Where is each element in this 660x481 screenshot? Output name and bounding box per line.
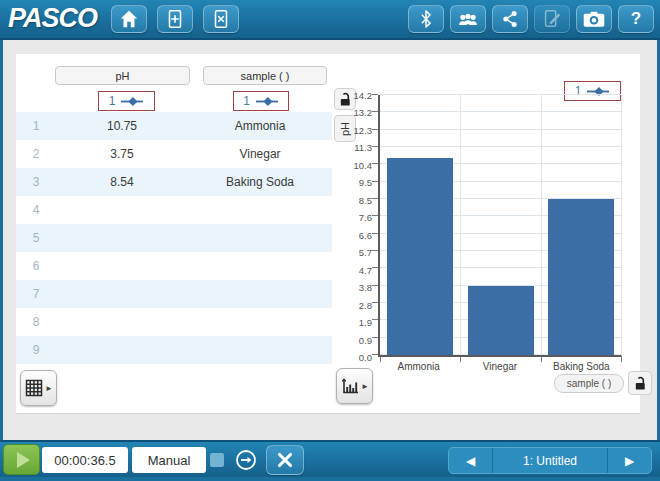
row-number: 6 — [16, 259, 56, 273]
table-row[interactable]: 23.75Vinegar — [16, 140, 332, 168]
y-tick-label: 14.2 — [354, 90, 373, 101]
workspace: pH sample ( ) 1 1 110.75Ammonia23.75Vine… — [3, 40, 657, 440]
y-tick-mark — [372, 319, 378, 320]
expander-arrow-icon: ► — [45, 384, 53, 393]
y-tick-label: 0.0 — [359, 352, 372, 363]
chart-plot[interactable] — [378, 95, 622, 357]
users-icon — [456, 9, 480, 29]
table-row[interactable]: 110.75Ammonia — [16, 112, 332, 140]
sample-cell[interactable]: Vinegar — [188, 147, 332, 161]
ph-cell[interactable]: 3.75 — [56, 147, 188, 161]
new-page-icon — [164, 8, 186, 30]
toolbar-right-group: ? — [408, 5, 654, 33]
y-tick-mark — [372, 94, 378, 95]
y-tick-label: 5.7 — [359, 247, 372, 258]
table-rows: 110.75Ammonia23.75Vinegar38.54Baking Sod… — [16, 112, 332, 364]
table-row[interactable]: 8 — [16, 308, 332, 336]
next-page-button[interactable]: ▶ — [607, 448, 651, 473]
table-tools-button[interactable]: ► — [20, 370, 57, 406]
bluetooth-icon — [416, 8, 436, 30]
y-tick-mark — [372, 267, 378, 268]
bottom-control-bar: 00:00:36.5 Manual ◀ 1: Untitled ▶ — [0, 440, 660, 477]
table-row[interactable]: 38.54Baking Soda — [16, 168, 332, 196]
delete-page-icon — [210, 8, 232, 30]
toolbar-left-group — [111, 5, 239, 33]
table-row[interactable]: 4 — [16, 196, 332, 224]
y-tick-mark — [372, 163, 378, 164]
page-canvas: pH sample ( ) 1 1 110.75Ammonia23.75Vine… — [16, 54, 640, 414]
table-row[interactable]: 7 — [16, 280, 332, 308]
play-icon — [17, 452, 30, 468]
sampling-options-button[interactable] — [232, 447, 260, 473]
unlocked-padlock-icon — [633, 376, 648, 391]
snapshot-button[interactable] — [576, 5, 612, 33]
y-tick-mark — [372, 354, 378, 355]
x-axis-label-button[interactable]: sample ( ) — [554, 374, 624, 393]
share-button[interactable] — [492, 5, 528, 33]
new-page-button[interactable] — [157, 5, 193, 33]
v-gridline — [460, 95, 461, 355]
column-header-sample[interactable]: sample ( ) — [203, 66, 327, 85]
bar-vinegar[interactable] — [468, 286, 534, 355]
run-selector-ph-column[interactable]: 1 — [98, 91, 155, 111]
v-gridline — [541, 95, 542, 355]
chart-tools-button[interactable]: ► — [336, 368, 373, 404]
page-title: 1: Untitled — [493, 448, 607, 473]
y-tick-label: 1.9 — [359, 317, 372, 328]
share-icon — [500, 9, 520, 29]
y-tick-label: 3.8 — [359, 282, 372, 293]
y-tick-label: 8.5 — [359, 194, 372, 205]
ph-cell[interactable]: 10.75 — [56, 119, 188, 133]
y-tick-label: 4.7 — [359, 264, 372, 275]
y-tick-mark — [372, 233, 378, 234]
bar-ammonia[interactable] — [387, 158, 453, 355]
h-gridline — [380, 146, 621, 147]
delete-page-button[interactable] — [203, 5, 239, 33]
home-button[interactable] — [111, 5, 147, 33]
bar-baking-soda[interactable] — [548, 199, 614, 355]
x-category-label: Baking Soda — [553, 361, 610, 372]
pasco-logo: PASCO — [8, 3, 97, 34]
bluetooth-button[interactable] — [408, 5, 444, 33]
row-number: 4 — [16, 203, 56, 217]
y-tick-mark — [372, 250, 378, 251]
h-gridline — [380, 129, 621, 130]
shared-session-button[interactable] — [450, 5, 486, 33]
run-number: 1 — [109, 94, 116, 108]
y-tick-label: 6.6 — [359, 229, 372, 240]
y-tick-label: 11.3 — [354, 142, 372, 153]
row-number: 5 — [16, 231, 56, 245]
x-axis-lock-button[interactable] — [628, 371, 652, 395]
table-row[interactable]: 6 — [16, 252, 332, 280]
table-row[interactable]: 5 — [16, 224, 332, 252]
hardware-setup-button[interactable] — [266, 445, 304, 475]
start-button[interactable] — [3, 444, 40, 475]
help-button[interactable]: ? — [618, 5, 654, 33]
ph-cell[interactable]: 8.54 — [56, 175, 188, 189]
sample-cell[interactable]: Ammonia — [188, 119, 332, 133]
row-number: 8 — [16, 315, 56, 329]
sampling-mode-button[interactable]: Manual — [132, 447, 206, 473]
row-number: 2 — [16, 147, 56, 161]
y-tick-mark — [372, 111, 378, 112]
top-toolbar: PASCO ? — [0, 0, 660, 40]
next-arrow-icon: ▶ — [625, 454, 634, 468]
table-row[interactable]: 9 — [16, 336, 332, 364]
prev-page-button[interactable]: ◀ — [449, 448, 493, 473]
row-number: 9 — [16, 343, 56, 357]
x-category-label: Ammonia — [398, 361, 440, 372]
run-number: 1 — [243, 94, 250, 108]
crossed-tools-icon — [274, 449, 296, 471]
help-icon: ? — [631, 9, 641, 29]
y-tick-label: 12.3 — [354, 124, 373, 135]
home-icon — [118, 8, 140, 30]
column-header-ph[interactable]: pH — [55, 66, 190, 85]
sample-cell[interactable]: Baking Soda — [188, 175, 332, 189]
y-axis: 0.00.91.92.83.84.75.76.67.68.59.510.411.… — [330, 95, 374, 357]
page-navigator: ◀ 1: Untitled ▶ — [448, 447, 652, 474]
h-gridline — [380, 111, 621, 112]
y-tick-label: 2.8 — [359, 299, 372, 310]
run-selector-sample-column[interactable]: 1 — [233, 91, 289, 111]
y-tick-label: 10.4 — [354, 159, 373, 170]
row-number: 1 — [16, 119, 56, 133]
